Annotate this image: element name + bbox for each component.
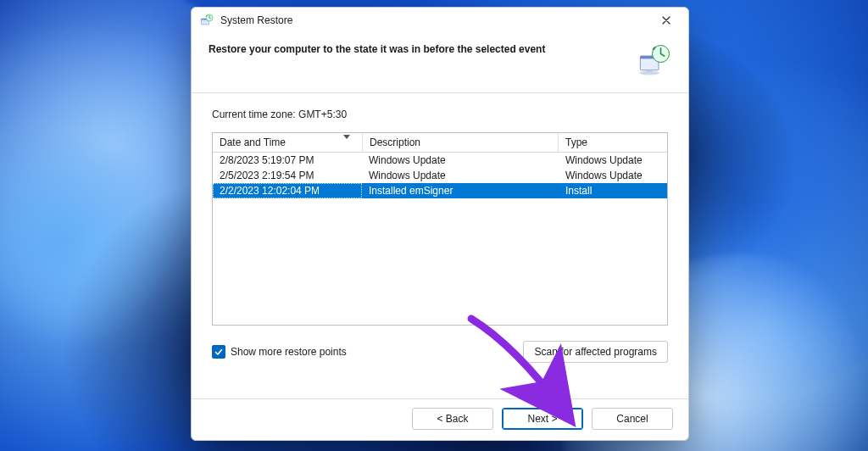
cell-description: Windows Update	[362, 168, 559, 183]
cell-datetime: 2/5/2023 2:19:54 PM	[213, 168, 362, 183]
cell-datetime: 2/2/2023 12:02:04 PM	[213, 183, 362, 198]
scan-affected-programs-button[interactable]: Scan for affected programs	[523, 341, 668, 363]
cancel-button[interactable]: Cancel	[592, 408, 673, 430]
close-button[interactable]	[648, 8, 685, 33]
window-title: System Restore	[220, 14, 648, 26]
cell-type: Windows Update	[559, 168, 667, 183]
table-row[interactable]: 2/8/2023 5:19:07 PMWindows UpdateWindows…	[213, 153, 667, 168]
wizard-header: Restore your computer to the state it wa…	[192, 33, 688, 93]
back-button[interactable]: < Back	[412, 408, 493, 430]
wizard-footer: < Back Next > Cancel	[192, 399, 688, 440]
cell-type: Install	[559, 183, 667, 198]
system-restore-icon	[200, 14, 214, 27]
system-restore-window: System Restore Restore your computer to …	[191, 7, 689, 441]
table-header: Date and Time Description Type	[213, 133, 667, 153]
cell-description: Windows Update	[362, 153, 559, 168]
checkbox-checked-icon	[212, 345, 225, 359]
show-more-restore-points-checkbox[interactable]: Show more restore points	[212, 345, 523, 359]
cell-description: Installed emSigner	[362, 183, 559, 198]
svg-rect-6	[647, 70, 653, 73]
wizard-heading: Restore your computer to the state it wa…	[209, 43, 627, 55]
cell-type: Windows Update	[559, 153, 667, 168]
column-header-description[interactable]: Description	[363, 133, 559, 152]
cell-datetime: 2/8/2023 5:19:07 PM	[213, 153, 362, 168]
column-header-datetime[interactable]: Date and Time	[213, 133, 363, 152]
next-button[interactable]: Next >	[502, 408, 583, 430]
system-restore-large-icon	[637, 43, 671, 77]
column-header-type[interactable]: Type	[559, 133, 667, 152]
show-more-restore-points-label: Show more restore points	[231, 346, 347, 358]
titlebar[interactable]: System Restore	[192, 8, 688, 33]
table-row[interactable]: 2/5/2023 2:19:54 PMWindows UpdateWindows…	[213, 168, 667, 183]
close-icon	[662, 16, 670, 25]
table-row[interactable]: 2/2/2023 12:02:04 PMInstalled emSignerIn…	[213, 183, 667, 198]
restore-points-table[interactable]: Date and Time Description Type 2/8/2023 …	[212, 132, 668, 326]
timezone-label: Current time zone: GMT+5:30	[212, 109, 668, 120]
